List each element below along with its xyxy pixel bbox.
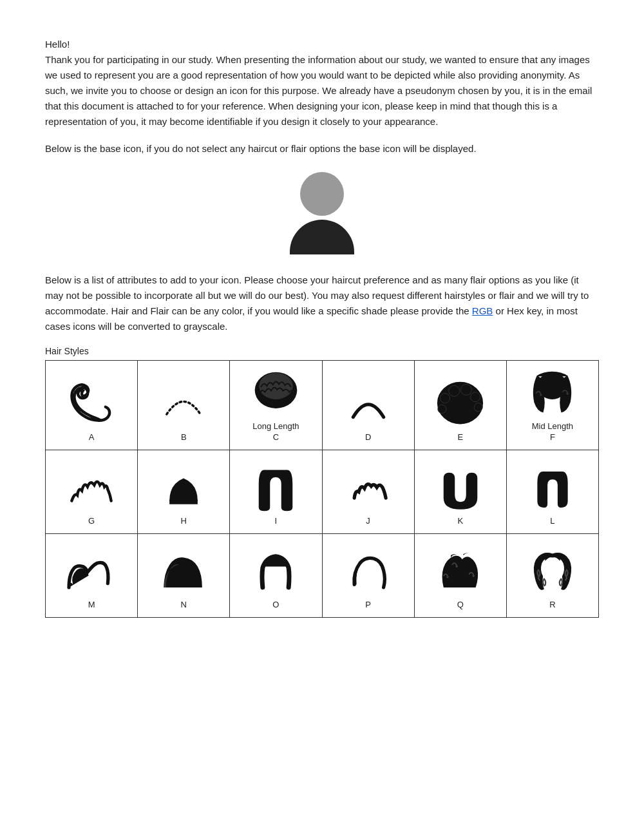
- hair-cell-A[interactable]: A: [46, 361, 138, 450]
- hair-svg-Q: [431, 544, 489, 596]
- hair-label-D: D: [365, 432, 371, 443]
- hair-svg-E: [431, 377, 489, 428]
- hair-svg-D: [339, 377, 397, 428]
- hair-styles-label: Hair Styles: [45, 346, 599, 356]
- intro-paragraph: Thank you for participating in our study…: [45, 52, 599, 129]
- base-icon-container: [45, 172, 599, 254]
- person-icon: [290, 172, 354, 254]
- attributes-paragraph: Below is a list of attributes to add to …: [45, 272, 599, 334]
- base-description: Below is the base icon, if you do not se…: [45, 141, 599, 157]
- hair-cell-J[interactable]: J: [323, 450, 415, 534]
- svg-point-4: [449, 385, 460, 396]
- hair-svg-C: [247, 366, 305, 417]
- hair-cell-K[interactable]: K: [415, 450, 507, 534]
- hair-label-O: O: [272, 600, 279, 611]
- hair-label-K: K: [457, 516, 463, 527]
- svg-point-8: [438, 405, 446, 413]
- svg-rect-10: [169, 500, 198, 504]
- hair-cell-Q[interactable]: Q: [415, 534, 507, 618]
- hair-label-M: M: [88, 600, 95, 611]
- hair-label-N: N: [181, 600, 187, 611]
- svg-point-3: [440, 394, 450, 403]
- person-head: [300, 172, 344, 216]
- hair-label-L: L: [550, 516, 554, 527]
- hair-label-I: I: [275, 516, 278, 527]
- hair-svg-H: [155, 461, 213, 512]
- hair-cell-D[interactable]: D: [323, 361, 415, 450]
- hair-svg-I: [247, 461, 305, 512]
- hair-label-J: J: [366, 516, 370, 527]
- hair-cell-E[interactable]: E: [415, 361, 507, 450]
- hair-svg-P: [339, 544, 397, 596]
- hair-label-Q: Q: [457, 600, 464, 611]
- hair-svg-A: [62, 377, 120, 428]
- hair-svg-L: [524, 461, 582, 512]
- svg-point-1: [259, 373, 293, 399]
- hair-cell-P[interactable]: P: [323, 534, 415, 618]
- hair-grid: A B Long LengthC D: [45, 360, 599, 618]
- hair-svg-B: [155, 377, 213, 428]
- hair-label-H: H: [181, 516, 187, 527]
- hair-cell-H[interactable]: H: [138, 450, 230, 534]
- hair-label-P: P: [365, 600, 371, 611]
- hair-cell-F[interactable]: Mid LengthF: [507, 361, 599, 450]
- hair-label-F: Mid LengthF: [532, 421, 573, 443]
- hair-label-G: G: [88, 516, 95, 527]
- hair-svg-F: [524, 366, 582, 417]
- hair-cell-C[interactable]: Long LengthC: [230, 361, 322, 450]
- hair-svg-J: [339, 461, 397, 512]
- hair-cell-O[interactable]: O: [230, 534, 322, 618]
- hair-cell-R[interactable]: R: [507, 534, 599, 618]
- hair-svg-N: [155, 544, 213, 596]
- hair-label-E: E: [457, 432, 463, 443]
- svg-point-6: [471, 392, 480, 402]
- hair-cell-L[interactable]: L: [507, 450, 599, 534]
- hair-label-A: A: [89, 432, 95, 443]
- person-body: [290, 220, 354, 254]
- hair-cell-G[interactable]: G: [46, 450, 138, 534]
- hair-svg-M: [62, 544, 120, 596]
- hair-svg-G: [62, 461, 120, 512]
- hair-cell-B[interactable]: B: [138, 361, 230, 450]
- hair-svg-R: [524, 544, 582, 596]
- hair-label-R: R: [549, 600, 555, 611]
- hair-svg-K: [431, 461, 489, 512]
- hair-label-B: B: [181, 432, 187, 443]
- greeting-text: Hello!: [45, 39, 599, 50]
- hair-cell-I[interactable]: I: [230, 450, 322, 534]
- hair-svg-O: [247, 544, 305, 596]
- hair-cell-M[interactable]: M: [46, 534, 138, 618]
- svg-point-7: [474, 403, 482, 412]
- rgb-link[interactable]: RGB: [472, 305, 493, 316]
- svg-point-5: [461, 384, 472, 395]
- hair-cell-N[interactable]: N: [138, 534, 230, 618]
- hair-label-C: Long LengthC: [252, 421, 299, 443]
